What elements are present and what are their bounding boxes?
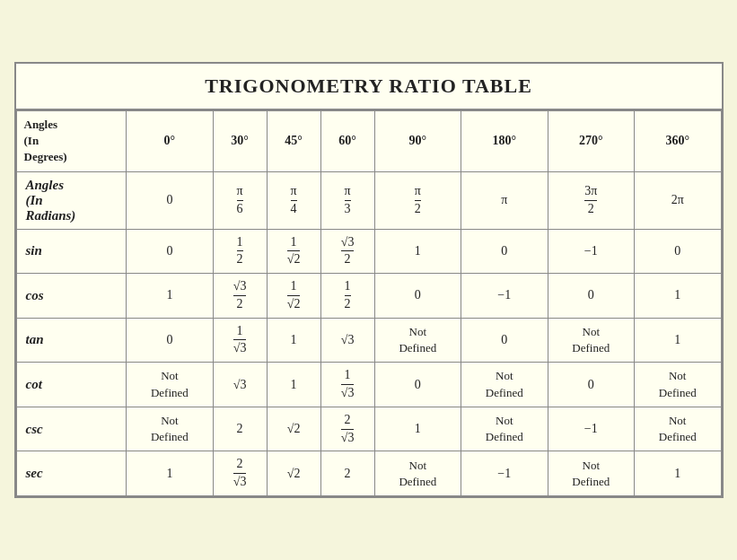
row-csc: csc NotDefined 2 √2 2√3 1 NotDefined −1 …	[16, 407, 721, 451]
cos-360: 1	[634, 274, 721, 319]
radians-90: π2	[374, 171, 461, 229]
cot-270: 0	[548, 363, 634, 407]
tan-0: 0	[127, 318, 213, 363]
cot-45: 1	[267, 363, 320, 407]
sin-90: 1	[374, 229, 461, 274]
csc-0: NotDefined	[127, 407, 213, 451]
table-title: TRIGONOMETRY RATIO TABLE	[16, 64, 722, 110]
sec-45: √2	[267, 451, 320, 496]
col-30deg: 30°	[213, 110, 267, 171]
sec-30: 2√3	[213, 451, 267, 496]
cot-0: NotDefined	[127, 363, 213, 407]
cos-45: 1√2	[267, 274, 320, 319]
radians-180: π	[461, 171, 548, 229]
cot-180: NotDefined	[461, 363, 548, 407]
row-sin: sin 0 12 1√2 √32 1 0 −1 0	[16, 229, 721, 274]
trig-table-container: TRIGONOMETRY RATIO TABLE Angles(InDegree…	[14, 62, 724, 498]
sec-60: 2	[320, 451, 374, 496]
tan-360: 1	[634, 318, 721, 363]
csc-90: 1	[374, 407, 461, 451]
cot-360: NotDefined	[634, 363, 721, 407]
sin-60: √32	[320, 229, 374, 274]
tan-60: √3	[320, 318, 374, 363]
sec-360: 1	[634, 451, 721, 496]
label-csc: csc	[16, 407, 127, 451]
radians-360: 2π	[634, 171, 721, 229]
label-radians: Angles(InRadians)	[16, 171, 127, 229]
csc-45: √2	[267, 407, 320, 451]
col-360deg: 360°	[634, 110, 721, 171]
col-60deg: 60°	[320, 110, 374, 171]
col-45deg: 45°	[267, 110, 320, 171]
label-tan: tan	[16, 318, 127, 363]
header-angle-degrees: Angles(InDegrees)	[16, 110, 127, 171]
sin-30: 12	[213, 229, 267, 274]
cos-270: 0	[548, 274, 634, 319]
sin-45: 1√2	[267, 229, 320, 274]
csc-360: NotDefined	[634, 407, 721, 451]
label-sec: sec	[16, 451, 127, 496]
sec-0: 1	[127, 451, 213, 496]
csc-270: −1	[548, 407, 634, 451]
tan-180: 0	[461, 318, 548, 363]
radians-0: 0	[127, 171, 213, 229]
col-0deg: 0°	[127, 110, 213, 171]
tan-270: NotDefined	[548, 318, 634, 363]
sin-180: 0	[461, 229, 548, 274]
cos-90: 0	[374, 274, 461, 319]
cot-90: 0	[374, 363, 461, 407]
tan-30: 1√3	[213, 318, 267, 363]
cos-180: −1	[461, 274, 548, 319]
sin-270: −1	[548, 229, 634, 274]
label-sin: sin	[16, 229, 127, 274]
sin-360: 0	[634, 229, 721, 274]
col-270deg: 270°	[548, 110, 634, 171]
sec-270: NotDefined	[548, 451, 634, 496]
row-cot: cot NotDefined √3 1 1√3 0 NotDefined 0 N…	[16, 363, 721, 407]
tan-45: 1	[267, 318, 320, 363]
label-cos: cos	[16, 274, 127, 319]
row-cos: cos 1 √32 1√2 12 0 −1 0 1	[16, 274, 721, 319]
radians-30: π6	[213, 171, 267, 229]
cot-30: √3	[213, 363, 267, 407]
csc-30: 2	[213, 407, 267, 451]
row-sec: sec 1 2√3 √2 2 NotDefined −1 NotDefined …	[16, 451, 721, 496]
radians-60: π3	[320, 171, 374, 229]
radians-270: 3π2	[548, 171, 634, 229]
csc-180: NotDefined	[461, 407, 548, 451]
col-90deg: 90°	[374, 110, 461, 171]
cos-0: 1	[127, 274, 213, 319]
label-cot: cot	[16, 363, 127, 407]
cos-30: √32	[213, 274, 267, 319]
cot-60: 1√3	[320, 363, 374, 407]
radians-45: π4	[267, 171, 320, 229]
tan-90: NotDefined	[374, 318, 461, 363]
row-radians: Angles(InRadians) 0 π6 π4 π3 π2 π 3π2	[16, 171, 721, 229]
sec-180: −1	[461, 451, 548, 496]
cos-60: 12	[320, 274, 374, 319]
trig-table: Angles(InDegrees) 0° 30° 45° 60° 90° 180…	[16, 110, 722, 496]
sin-0: 0	[127, 229, 213, 274]
row-tan: tan 0 1√3 1 √3 NotDefined 0 NotDefined 1	[16, 318, 721, 363]
csc-60: 2√3	[320, 407, 374, 451]
sec-90: NotDefined	[374, 451, 461, 496]
col-180deg: 180°	[461, 110, 548, 171]
